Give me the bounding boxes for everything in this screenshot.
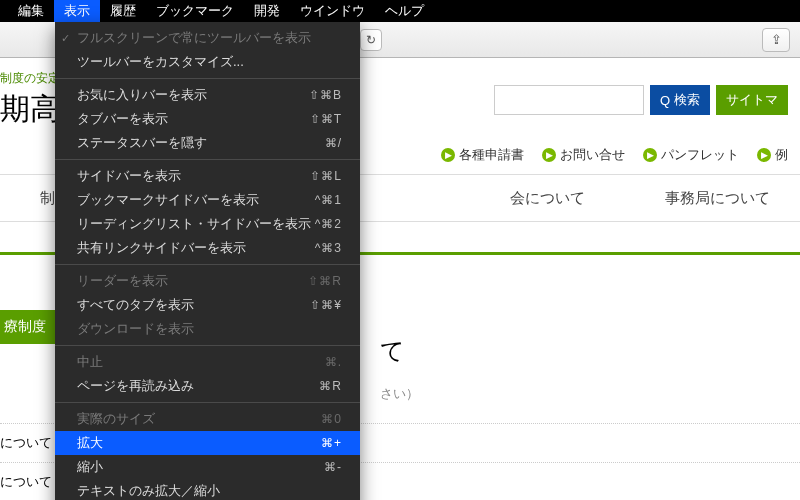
menu-item[interactable]: ステータスバーを隠す⌘/ (55, 131, 360, 155)
menu-separator (55, 402, 360, 403)
nav-item-association[interactable]: 会について (470, 189, 625, 208)
nav-item-office[interactable]: 事務局について (625, 189, 800, 208)
reload-icon: ↻ (366, 33, 376, 47)
menu-item-label: すべてのタブを表示 (77, 296, 310, 314)
menu-item-label: フルスクリーンで常にツールバーを表示 (77, 29, 342, 47)
menu-item-label: 実際のサイズ (77, 410, 321, 428)
menu-item-label: 共有リンクサイドバーを表示 (77, 239, 315, 257)
play-icon: ▶ (757, 148, 771, 162)
view-menu-dropdown: ✓フルスクリーンで常にツールバーを表示ツールバーをカスタマイズ...お気に入りバ… (55, 22, 360, 500)
menu-item[interactable]: ページを再読み込み⌘R (55, 374, 360, 398)
share-button[interactable]: ⇪ (762, 28, 790, 52)
quicklink-pamphlet[interactable]: ▶パンフレット (643, 146, 739, 164)
menu-item-shortcut: ⌘0 (321, 412, 342, 426)
quicklink-label: 各種申請書 (459, 146, 524, 164)
page-title-fragment: 期高 (0, 89, 60, 130)
menu-item: 実際のサイズ⌘0 (55, 407, 360, 431)
menubar-item-develop[interactable]: 開発 (244, 0, 290, 22)
search-input[interactable] (494, 85, 644, 115)
menu-item-label: タブバーを表示 (77, 110, 310, 128)
menu-item[interactable]: ツールバーをカスタマイズ... (55, 50, 360, 74)
menu-item-shortcut: ⇧⌘T (310, 112, 342, 126)
play-icon: ▶ (643, 148, 657, 162)
play-icon: ▶ (542, 148, 556, 162)
menu-item-label: リーディングリスト・サイドバーを表示 (77, 215, 315, 233)
check-icon: ✓ (61, 32, 70, 45)
menu-item-label: 中止 (77, 353, 325, 371)
menu-item: ✓フルスクリーンで常にツールバーを表示 (55, 26, 360, 50)
menu-item-label: 縮小 (77, 458, 324, 476)
menu-item-shortcut: ⌘+ (321, 436, 342, 450)
search-icon: Q (660, 93, 670, 108)
menu-item-shortcut: ⇧⌘B (309, 88, 342, 102)
quicklink-label: パンフレット (661, 146, 739, 164)
menu-item-shortcut: ⇧⌘¥ (310, 298, 342, 312)
reload-button[interactable]: ↻ (360, 29, 382, 51)
menu-item[interactable]: リーディングリスト・サイドバーを表示^⌘2 (55, 212, 360, 236)
menu-item[interactable]: 共有リンクサイドバーを表示^⌘3 (55, 236, 360, 260)
menu-item[interactable]: サイドバーを表示⇧⌘L (55, 164, 360, 188)
hint-fragment: さい） (380, 385, 800, 403)
menu-item: ダウンロードを表示 (55, 317, 360, 341)
quicklink-example[interactable]: ▶例 (757, 146, 788, 164)
quicklink-forms[interactable]: ▶各種申請書 (441, 146, 524, 164)
menu-item-label: ブックマークサイドバーを表示 (77, 191, 315, 209)
menu-item-label: サイドバーを表示 (77, 167, 310, 185)
menu-item[interactable]: テキストのみ拡大／縮小 (55, 479, 360, 500)
menu-item-shortcut: ^⌘2 (315, 217, 342, 231)
menu-item-label: ステータスバーを隠す (77, 134, 325, 152)
menubar-item-history[interactable]: 履歴 (100, 0, 146, 22)
search-button[interactable]: Q 検索 (650, 85, 710, 115)
menu-item-label: ダウンロードを表示 (77, 320, 342, 338)
play-icon: ▶ (441, 148, 455, 162)
menu-item-shortcut: ⇧⌘R (308, 274, 342, 288)
section-heading-fragment: て (380, 335, 800, 367)
menu-item[interactable]: 縮小⌘- (55, 455, 360, 479)
menu-item: 中止⌘. (55, 350, 360, 374)
menu-separator (55, 264, 360, 265)
menu-item-label: リーダーを表示 (77, 272, 308, 290)
menu-item-label: お気に入りバーを表示 (77, 86, 309, 104)
menu-item[interactable]: すべてのタブを表示⇧⌘¥ (55, 293, 360, 317)
quicklink-label: 例 (775, 146, 788, 164)
menu-item-shortcut: ⌘R (319, 379, 342, 393)
menu-item-label: テキストのみ拡大／縮小 (77, 482, 342, 500)
menu-item[interactable]: タブバーを表示⇧⌘T (55, 107, 360, 131)
menu-item-label: ページを再読み込み (77, 377, 319, 395)
menu-item[interactable]: 拡大⌘+ (55, 431, 360, 455)
url-bar-area: ↻ (360, 29, 742, 51)
menubar-item-view[interactable]: 表示 (54, 0, 100, 22)
menubar-item-bookmarks[interactable]: ブックマーク (146, 0, 244, 22)
menu-item-label: 拡大 (77, 434, 321, 452)
menu-item-label: ツールバーをカスタマイズ... (77, 53, 342, 71)
menubar-item-window[interactable]: ウインドウ (290, 0, 375, 22)
sitemap-button[interactable]: サイトマ (716, 85, 788, 115)
menu-item: リーダーを表示⇧⌘R (55, 269, 360, 293)
menubar-item-help[interactable]: ヘルプ (375, 0, 434, 22)
menu-separator (55, 159, 360, 160)
menu-item-shortcut: ⌘. (325, 355, 342, 369)
menu-item[interactable]: ブックマークサイドバーを表示^⌘1 (55, 188, 360, 212)
quicklink-label: お問い合せ (560, 146, 625, 164)
menu-item[interactable]: お気に入りバーを表示⇧⌘B (55, 83, 360, 107)
menubar-item-edit[interactable]: 編集 (8, 0, 54, 22)
quicklink-contact[interactable]: ▶お問い合せ (542, 146, 625, 164)
side-tag: 療制度 (0, 310, 56, 344)
search-button-label: 検索 (674, 91, 700, 109)
menu-separator (55, 345, 360, 346)
menu-item-shortcut: ^⌘3 (315, 241, 342, 255)
tagline: 制度の安定 (0, 70, 60, 87)
menu-item-shortcut: ⇧⌘L (310, 169, 342, 183)
system-menubar: 編集 表示 履歴 ブックマーク 開発 ウインドウ ヘルプ (0, 0, 800, 22)
menu-item-shortcut: ⌘/ (325, 136, 342, 150)
menu-item-shortcut: ^⌘1 (315, 193, 342, 207)
share-icon: ⇪ (771, 32, 782, 47)
menu-separator (55, 78, 360, 79)
menu-item-shortcut: ⌘- (324, 460, 342, 474)
